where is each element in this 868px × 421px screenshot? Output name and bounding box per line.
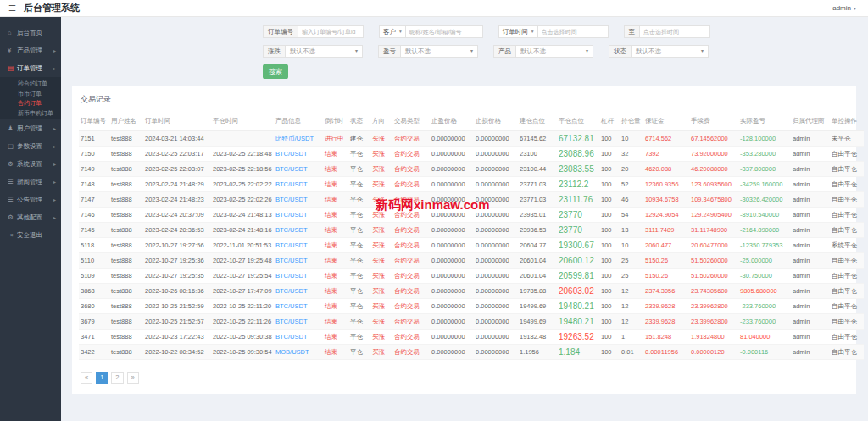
profitloss-select[interactable]: 默认不选 ▾: [400, 45, 478, 58]
profitloss-label: 盈亏: [378, 45, 400, 58]
cell-product[interactable]: BTC/USDT: [274, 223, 323, 238]
pagination-page-1[interactable]: 1: [96, 372, 108, 384]
pagination-prev-button[interactable]: «: [81, 372, 92, 384]
product-select[interactable]: 默认不选 ▾: [515, 45, 593, 58]
cell-product[interactable]: BTC/USDT: [274, 238, 323, 253]
sidebar-subitem-3[interactable]: 新币申购订单: [0, 108, 61, 119]
cell-trade-type: 合约交易: [392, 284, 430, 299]
sidebar-subitem-0[interactable]: 秒合约订单: [0, 79, 61, 89]
cell-order-id: 7150: [79, 147, 109, 162]
app-title: 后台管理系统: [24, 2, 80, 14]
cell-leverage: 100: [599, 238, 620, 253]
cell-trade-type: 合约交易: [392, 208, 430, 223]
cell-control: 自由平仓: [830, 299, 864, 314]
sidebar-item-9[interactable]: ⇥安全退出: [0, 226, 61, 244]
cell-trade-type: 合约交易: [392, 223, 430, 238]
sidebar-item-4[interactable]: ▢参数设置▸: [0, 137, 61, 155]
customer-type-select[interactable]: 客户 ▾: [379, 25, 405, 38]
table-row: 7150test8882023-02-25 22:03:172023-02-25…: [79, 147, 864, 162]
sidebar-item-2[interactable]: ▤订单管理▸: [0, 59, 61, 77]
to-label: 至: [624, 25, 640, 38]
customer-input[interactable]: [405, 25, 483, 38]
cell-product[interactable]: BTC/USDT: [274, 147, 323, 162]
cell-trade-type: 合约交易: [392, 147, 430, 162]
cell-take-profit: 0.00000000: [430, 192, 474, 208]
cell-close-time: 2023-02-25 22:02:26: [211, 192, 274, 208]
cell-direction: 买涨: [370, 314, 392, 330]
cell-trade-type: 合约交易: [392, 192, 430, 208]
cell-order-time: 2023-02-25 22:03:07: [143, 162, 211, 177]
cell-control: 未平仓: [830, 131, 864, 147]
cell-close-point: 19263.52: [557, 330, 599, 345]
cell-product[interactable]: BTC/USDT: [274, 162, 323, 177]
sidebar-item-6[interactable]: ☰新闻管理▸: [0, 173, 61, 191]
cell-product[interactable]: BTC/USDT: [274, 208, 323, 223]
pagination-next-button[interactable]: »: [127, 372, 139, 384]
time-end-input[interactable]: [639, 25, 710, 38]
cell-stop-loss: 0.00000000: [474, 177, 518, 192]
sidebar-item-label: 公告管理: [17, 196, 42, 204]
user-menu[interactable]: admin ▾: [832, 4, 856, 12]
cell-product[interactable]: BTC/USDT: [274, 192, 323, 208]
cell-status: 平仓: [348, 345, 370, 360]
sidebar-item-label: 安全退出: [17, 231, 42, 240]
sidebar-item-8[interactable]: ⚙其他配置▸: [0, 208, 61, 226]
cell-order-time: 2023-02-24 21:48:29: [143, 177, 211, 192]
hamburger-menu-icon[interactable]: ☰: [8, 3, 16, 13]
sidebar-subitem-1[interactable]: 币币订单: [0, 89, 61, 99]
updown-select[interactable]: 默认不选 ▾: [285, 45, 363, 58]
table-row: 5109test8882022-10-27 19:25:352022-10-27…: [79, 269, 864, 284]
cell-status: 平仓: [348, 223, 370, 238]
cell-open-point: 20601.04: [518, 269, 557, 284]
cell-close-point: 23112.2: [557, 177, 599, 192]
pagination-page-2[interactable]: 2: [111, 372, 123, 384]
column-header-close-point: 平仓点位: [557, 113, 599, 131]
chevron-down-icon: ▾: [355, 46, 358, 57]
cell-stop-loss: 0.00000000: [474, 299, 518, 314]
cell-product[interactable]: BTC/USDT: [274, 253, 323, 269]
time-type-select[interactable]: 订单时间 ▾: [498, 25, 537, 38]
cell-fee: 23.74305600: [689, 284, 738, 299]
sidebar-item-1[interactable]: ¥产品管理▸: [0, 42, 61, 59]
cell-open-point: 23935.01: [518, 208, 557, 223]
cell-product[interactable]: MOB/USDT: [274, 345, 323, 360]
sidebar-item-label: 参数设置: [17, 142, 42, 151]
cell-product[interactable]: 比特币/USDT: [274, 131, 323, 147]
cell-trade-type: 合约交易: [392, 330, 430, 345]
cell-profit: -337.800000: [738, 162, 791, 177]
cell-stop-loss: 0.00000000: [474, 330, 518, 345]
file-icon: ▢: [8, 142, 17, 150]
cell-product[interactable]: BTC/USDT: [274, 330, 323, 345]
sidebar-subitem-2[interactable]: 合约订单: [0, 98, 61, 108]
sidebar-item-label: 系统设置: [17, 160, 42, 169]
cell-product[interactable]: BTC/USDT: [274, 284, 323, 299]
sidebar-item-label: 后台首页: [17, 29, 42, 37]
cell-take-profit: 0.00000000: [430, 238, 474, 253]
cell-order-time: 2022-10-25 21:52:59: [143, 299, 211, 314]
sidebar-item-5[interactable]: ⚙系统设置▸: [0, 155, 61, 173]
time-start-input[interactable]: [537, 25, 609, 38]
cell-open-point: 19499.69: [518, 299, 557, 314]
cell-product[interactable]: BTC/USDT: [274, 269, 323, 284]
cell-status: 平仓: [348, 314, 370, 330]
search-button[interactable]: 搜索: [263, 64, 288, 79]
news-icon: ☰: [8, 178, 17, 186]
cell-control: 系统平仓: [830, 238, 864, 253]
cell-close-time: 2022-10-27 19:25:48: [211, 253, 274, 269]
sidebar-item-7[interactable]: ☰公告管理▸: [0, 191, 61, 208]
order-id-input[interactable]: [298, 25, 364, 38]
sidebar-item-0[interactable]: ⌂后台首页: [0, 24, 61, 42]
cell-leverage: 100: [599, 269, 620, 284]
sidebar-item-label: 新闻管理: [17, 178, 42, 186]
cell-product[interactable]: BTC/USDT: [274, 314, 323, 330]
cell-order-id: 7145: [79, 223, 109, 238]
status-select[interactable]: 默认不选 ▾: [631, 45, 709, 58]
cell-order-id: 7151: [79, 131, 109, 147]
filter-time-to: 至: [624, 25, 711, 38]
pagination: «12»: [81, 372, 849, 384]
cell-order-time: 2022-10-23 17:22:43: [143, 330, 211, 345]
cell-leverage: 100: [599, 177, 620, 192]
cell-product[interactable]: BTC/USDT: [274, 299, 323, 314]
cell-product[interactable]: BTC/USDT: [274, 177, 323, 192]
sidebar-item-3[interactable]: ♟用户管理▸: [0, 119, 61, 137]
